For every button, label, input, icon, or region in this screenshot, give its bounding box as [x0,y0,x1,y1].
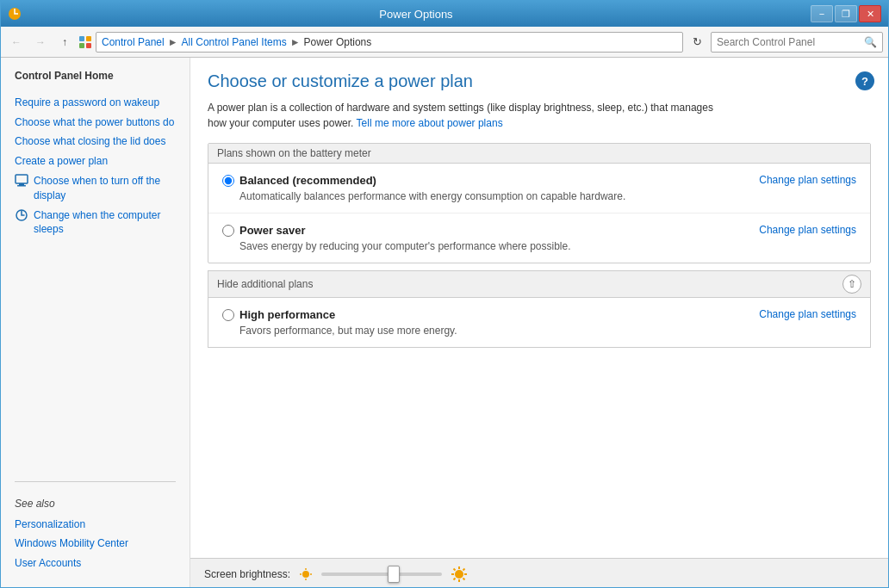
up-button[interactable]: ↑ [54,32,75,53]
control-panel-icon [78,35,92,49]
power-saver-plan-item: Power saver Saves energy by reducing you… [208,214,870,263]
breadcrumb-power-options: Power Options [304,36,372,48]
svg-rect-5 [16,175,28,183]
power-saver-plan-radio: Power saver [222,224,571,237]
balanced-radio-input[interactable] [222,175,234,187]
brightness-slider[interactable] [321,573,442,576]
close-button[interactable]: ✕ [859,5,881,22]
minimize-button[interactable]: − [811,5,833,22]
balanced-change-link[interactable]: Change plan settings [759,174,856,186]
breadcrumb-control-panel[interactable]: Control Panel [102,36,165,48]
help-button[interactable]: ? [855,71,874,90]
sidebar-item-user-accounts[interactable]: User Accounts [1,554,190,573]
svg-line-21 [463,568,465,570]
power-saver-radio-input[interactable] [222,225,234,237]
sidebar-item-require-password[interactable]: Require a password on wakeup [1,93,190,113]
hide-plans-label: Hide additional plans [217,278,313,290]
svg-point-14 [455,570,463,579]
hide-plans-header: Hide additional plans ⇧ [208,271,870,298]
high-performance-plan-item: High performance Favors performance, but… [208,298,870,347]
battery-plans-section: Plans shown on the battery meter Balance… [208,143,871,263]
sidebar-divider [15,481,176,482]
monitor-icon [15,174,28,188]
svg-rect-3 [79,43,84,48]
status-bar: Screen brightness: [190,558,888,588]
breadcrumb-all-items[interactable]: All Control Panel Items [182,36,287,48]
window-title: Power Options [22,8,811,21]
sidebar-item-create-plan[interactable]: Create a power plan [1,152,190,171]
content-description: A power plan is a collection of hardware… [208,100,724,131]
page-title: Choose or customize a power plan [208,71,871,91]
svg-point-9 [302,571,309,578]
window-controls: − ❐ ✕ [811,5,881,22]
brightness-slider-container [321,573,442,576]
search-input[interactable] [717,36,861,48]
sidebar-link-label: Require a password on wakeup [15,96,159,110]
main-container: Control Panel Home Require a password on… [1,58,888,588]
additional-plans-section: Hide additional plans ⇧ High performance… [208,270,871,348]
restore-button[interactable]: ❐ [835,5,857,22]
content-area: ? Choose or customize a power plan A pow… [190,58,888,588]
address-bar: ← → ↑ Control Panel ► All Control Panel … [1,27,888,58]
brightness-high-icon [451,566,468,583]
forward-button[interactable]: → [30,32,51,53]
sidebar-item-power-buttons[interactable]: Choose what the power buttons do [1,113,190,133]
app-icon [8,7,22,21]
power-saver-plan-description: Saves energy by reducing your computer's… [239,240,571,252]
sidebar-link-label: Choose when to turn off the display [34,174,176,203]
sidebar-item-computer-sleeps[interactable]: Change when the computer sleeps [1,206,190,240]
svg-rect-2 [86,36,91,41]
refresh-button[interactable]: ↻ [687,32,707,53]
search-icon: 🔍 [864,36,877,48]
balanced-plan-name: Balanced (recommended) [239,174,376,187]
balanced-plan-item: Balanced (recommended) Automatically bal… [208,164,870,214]
power-saver-plan-name: Power saver [239,224,306,237]
brightness-label: Screen brightness: [204,568,290,580]
back-button[interactable]: ← [6,32,27,53]
sidebar-link-label: Personalization [15,517,85,532]
sidebar-link-label: Choose what the power buttons do [15,115,174,130]
sidebar-link-label: User Accounts [15,556,81,571]
sidebar-home[interactable]: Control Panel Home [1,66,190,86]
breadcrumb: Control Panel ► All Control Panel Items … [96,32,683,53]
balanced-plan-radio: Balanced (recommended) [222,174,625,187]
svg-rect-6 [19,183,24,185]
sidebar: Control Panel Home Require a password on… [1,58,190,588]
svg-line-22 [454,578,456,579]
collapse-button[interactable]: ⇧ [842,275,861,294]
learn-more-link[interactable]: Tell me more about power plans [357,117,503,129]
sidebar-item-closing-lid[interactable]: Choose what closing the lid does [1,132,190,152]
svg-rect-7 [17,185,26,187]
high-performance-radio-input[interactable] [222,309,234,321]
sleep-icon [15,208,28,222]
see-also-label: See also [1,489,190,515]
sidebar-home-label: Control Panel Home [15,69,114,84]
plans-header: Plans shown on the battery meter [208,144,870,164]
sidebar-item-mobility-center[interactable]: Windows Mobility Center [1,534,190,554]
sidebar-link-label: Windows Mobility Center [15,536,128,551]
balanced-plan-radio-area: Balanced (recommended) Automatically bal… [222,174,625,202]
high-performance-plan-name: High performance [239,308,335,321]
high-performance-plan-radio: High performance [222,308,457,321]
brightness-thumb[interactable] [388,566,400,583]
balanced-plan-description: Automatically balances performance with … [239,190,625,202]
title-bar: Power Options − ❐ ✕ [1,1,888,27]
high-performance-plan-description: Favors performance, but may use more ene… [239,325,457,337]
high-performance-change-link[interactable]: Change plan settings [759,308,856,320]
power-saver-change-link[interactable]: Change plan settings [759,224,856,236]
sidebar-item-turn-off-display[interactable]: Choose when to turn off the display [1,171,190,206]
svg-line-20 [463,578,465,579]
sidebar-link-label: Create a power plan [15,154,108,169]
svg-rect-4 [86,43,91,48]
svg-line-19 [454,568,456,570]
sidebar-link-label: Change when the computer sleeps [34,208,176,238]
high-performance-radio-area: High performance Favors performance, but… [222,308,457,337]
sidebar-item-personalization[interactable]: Personalization [1,515,190,535]
sidebar-link-label: Choose what closing the lid does [15,134,165,149]
brightness-low-icon [299,567,313,581]
svg-rect-1 [79,36,84,41]
power-saver-radio-area: Power saver Saves energy by reducing you… [222,224,571,252]
search-box: 🔍 [711,32,883,53]
